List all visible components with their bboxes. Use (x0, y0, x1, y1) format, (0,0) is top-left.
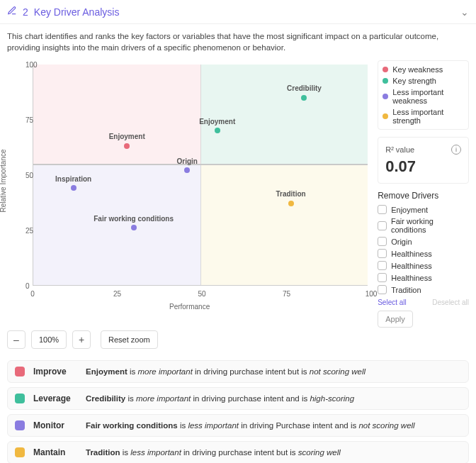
legend-dot (382, 67, 388, 72)
quadrant-key-strength (200, 65, 368, 164)
x-tick: 25 (113, 290, 121, 298)
legend-item: Key weakness (382, 64, 464, 75)
vertical-divider (200, 65, 201, 285)
apply-button[interactable]: Apply (378, 311, 413, 328)
data-point[interactable] (288, 201, 294, 206)
driver-checkbox-row[interactable]: Fair working conditions (378, 216, 469, 235)
driver-name: Healthiness (391, 250, 431, 258)
driver-checkbox-row[interactable]: Tradition (378, 284, 469, 296)
insight-label: Improve (33, 367, 77, 376)
data-point[interactable] (301, 95, 307, 101)
checkbox[interactable] (378, 237, 387, 246)
driver-checkbox-row[interactable]: Healthiness (378, 272, 469, 284)
y-tick: 25 (26, 227, 33, 235)
driver-name: Tradition (391, 286, 421, 294)
r2-value: 0.07 (385, 157, 461, 176)
insight-row: MonitorFair working conditions is less i… (7, 414, 469, 437)
legend-dot (382, 113, 388, 119)
r-squared-box: R² value i 0.07 (378, 137, 469, 184)
zoom-value[interactable]: 100% (31, 330, 67, 349)
section-number: 2 (23, 6, 28, 18)
data-point-label: Origin (176, 157, 197, 165)
driver-name: Fair working conditions (391, 217, 469, 234)
driver-name: Healthiness (391, 274, 431, 282)
checkbox[interactable] (378, 261, 387, 270)
driver-checkbox-row[interactable]: Origin (378, 235, 469, 247)
data-point[interactable] (124, 143, 130, 149)
driver-checkbox-row[interactable]: Healthiness (378, 260, 469, 272)
legend: Key weaknessKey strengthLess important w… (378, 60, 469, 130)
insight-row: LeverageCredibility is more important in… (7, 387, 469, 410)
y-tick: 50 (26, 172, 33, 179)
section-title: Key Driver Analysis (34, 6, 120, 18)
data-point[interactable] (71, 185, 76, 191)
x-tick: 50 (198, 290, 205, 298)
remove-drivers-title: Remove Drivers (378, 191, 469, 201)
insight-label: Leverage (33, 394, 77, 403)
insight-text: Fair working conditions is less importan… (86, 421, 415, 430)
data-point-label: Inspiration (55, 175, 91, 183)
select-all-link[interactable]: Select all (378, 299, 407, 306)
insight-badge (15, 367, 25, 376)
checkbox[interactable] (378, 221, 387, 230)
checkbox[interactable] (378, 285, 387, 294)
x-axis-label: Performance (7, 303, 372, 311)
driver-chart[interactable]: Relative Importance EnjoymentCredibility… (7, 60, 372, 301)
y-tick: 75 (26, 116, 33, 124)
x-tick: 75 (283, 290, 290, 298)
insight-badge (15, 447, 25, 457)
legend-item: Key strength (382, 75, 464, 87)
legend-dot (382, 78, 388, 84)
legend-item: Less important weakness (382, 87, 464, 106)
checkbox[interactable] (378, 205, 387, 214)
driver-name: Healthiness (391, 262, 431, 270)
data-point[interactable] (215, 128, 220, 133)
insight-row: ImproveEnjoyment is more important in dr… (7, 360, 469, 383)
x-tick: 0 (30, 290, 35, 298)
legend-dot (382, 94, 388, 99)
y-tick: 0 (26, 282, 30, 290)
section-description: This chart identifies and ranks the key … (0, 24, 476, 60)
y-tick: 100 (26, 61, 38, 69)
insight-label: Mantain (33, 447, 77, 457)
legend-label: Key strength (392, 77, 436, 85)
zoom-out-button[interactable]: – (7, 330, 26, 349)
driver-name: Enjoyment (391, 206, 428, 214)
insight-row: MantainTradition is less important in dr… (7, 441, 469, 463)
checkbox[interactable] (378, 273, 387, 282)
legend-item: Less important strength (382, 106, 464, 126)
remove-drivers-panel: Remove Drivers EnjoymentFair working con… (378, 191, 469, 328)
pencil-icon (7, 6, 17, 18)
insight-text: Enjoyment is more important in driving p… (86, 367, 366, 376)
data-point[interactable] (131, 225, 137, 230)
y-axis-label: Relative Importance (0, 150, 7, 213)
quadrant-less-strength (200, 164, 368, 285)
deselect-all-link: Deselect all (432, 299, 469, 306)
info-icon[interactable]: i (451, 145, 461, 155)
legend-label: Less important weakness (392, 88, 464, 105)
insight-text: Tradition is less important in driving p… (86, 448, 341, 457)
x-tick: 100 (366, 290, 378, 298)
legend-label: Less important strength (392, 108, 464, 125)
legend-label: Key weakness (392, 65, 443, 74)
checkbox[interactable] (378, 249, 387, 258)
chevron-down-icon[interactable]: ⌄ (460, 6, 469, 18)
data-point-label: Tradition (276, 190, 305, 198)
r2-label: R² value (385, 145, 414, 154)
quadrant-key-weakness (33, 65, 200, 164)
data-point-label: Credibility (287, 84, 322, 92)
driver-name: Origin (391, 238, 412, 246)
driver-checkbox-row[interactable]: Healthiness (378, 247, 469, 260)
insight-badge (15, 420, 25, 430)
data-point-label: Fair working conditions (94, 215, 174, 223)
insight-label: Monitor (33, 420, 77, 430)
insight-text: Credibility is more important in driving… (86, 394, 354, 403)
driver-checkbox-row[interactable]: Enjoyment (378, 203, 469, 216)
section-header[interactable]: 2 Key Driver Analysis ⌄ (0, 0, 476, 24)
data-point-label: Enjoyment (199, 118, 235, 125)
data-point[interactable] (184, 167, 190, 173)
insight-badge (15, 394, 25, 403)
zoom-in-button[interactable]: + (72, 330, 91, 349)
data-point-label: Enjoyment (109, 133, 145, 140)
reset-zoom-button[interactable]: Reset zoom (101, 330, 158, 349)
